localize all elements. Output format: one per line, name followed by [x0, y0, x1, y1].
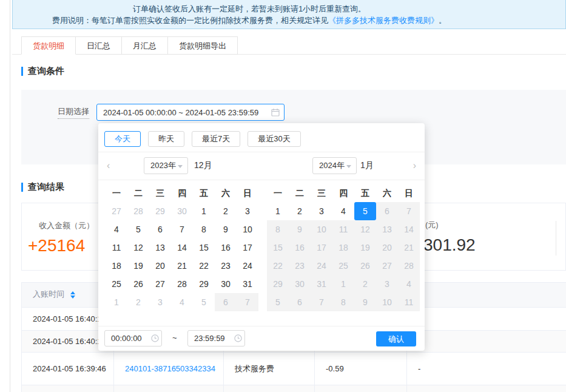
- table-cell: -0.59: [315, 353, 407, 385]
- calendar-day[interactable]: 1: [106, 293, 127, 311]
- calendar-day[interactable]: 9: [215, 220, 237, 238]
- year-select-right[interactable]: 2024年: [312, 157, 357, 174]
- calendar-day: 7: [398, 202, 420, 220]
- income-value: +25164: [28, 236, 94, 255]
- calendar-day: 4: [398, 275, 420, 293]
- calendar-day: 30: [289, 275, 311, 293]
- calendar-day[interactable]: 5: [193, 293, 215, 311]
- day-grid-right: 1234567891011121314151617181920212223242…: [267, 202, 420, 311]
- calendar-day: 19: [354, 238, 376, 257]
- calendar-day[interactable]: 27: [106, 202, 127, 220]
- calendar-day[interactable]: 10: [237, 220, 258, 238]
- calendar-day: 5: [267, 293, 289, 311]
- calendar-day[interactable]: 15: [193, 238, 215, 257]
- calendar-day: 13: [376, 220, 398, 238]
- calendar-day: 2: [354, 275, 376, 293]
- calendar-day[interactable]: 28: [127, 202, 149, 220]
- calendar-day[interactable]: 16: [215, 238, 237, 257]
- calendar-day[interactable]: 21: [171, 257, 193, 275]
- calendar-day[interactable]: 30: [171, 202, 193, 220]
- calendar-day[interactable]: 28: [171, 275, 193, 293]
- result-section-title: 查询结果: [21, 181, 64, 192]
- calendar-day[interactable]: 24: [237, 257, 258, 275]
- calendar-day: 14: [398, 220, 420, 238]
- chevron-left-icon[interactable]: ‹: [107, 160, 110, 172]
- calendar-day[interactable]: 12: [127, 238, 149, 257]
- calendar-day[interactable]: 22: [193, 257, 215, 275]
- quick-last30days-button[interactable]: 最近30天: [248, 131, 300, 147]
- calendar-day: 7: [311, 293, 332, 311]
- sort-icon[interactable]: [70, 289, 75, 301]
- calendar-day[interactable]: 13: [149, 238, 171, 257]
- calendar-day[interactable]: 30: [215, 275, 237, 293]
- calendar-day: 10: [376, 293, 398, 311]
- calendar-month-left: 一二三四五六日 27282930123456789101112131415161…: [106, 184, 258, 311]
- calendar-day[interactable]: 2: [127, 293, 149, 311]
- calendar-day[interactable]: 4: [106, 220, 127, 238]
- calendar-day[interactable]: 26: [127, 275, 149, 293]
- calendar-day: 20: [376, 238, 398, 257]
- calendar-day[interactable]: 18: [106, 257, 127, 275]
- table-cell: [22, 385, 114, 392]
- quick-yesterday-button[interactable]: 昨天: [148, 131, 184, 147]
- calendar-day[interactable]: 29: [193, 275, 215, 293]
- calendar-day[interactable]: 1: [193, 202, 215, 220]
- chevron-right-icon[interactable]: ›: [413, 160, 416, 172]
- calendar-day[interactable]: 8: [193, 220, 215, 238]
- weekday-label: 三: [311, 184, 332, 202]
- quick-today-button[interactable]: 今天: [104, 131, 141, 147]
- table-cell: -: [407, 353, 566, 385]
- calendar-day[interactable]: 7: [171, 220, 193, 238]
- day-grid-left: 2728293012345678910111213141516171819202…: [106, 202, 258, 311]
- calendar-day[interactable]: 27: [149, 275, 171, 293]
- date-range-input[interactable]: [96, 104, 285, 121]
- calendar-day: 7: [237, 293, 258, 311]
- table-cell: [407, 331, 566, 353]
- calendar-day[interactable]: 1: [267, 202, 289, 220]
- calendar-day[interactable]: 29: [149, 202, 171, 220]
- weekday-label: 二: [289, 184, 311, 202]
- income-stat: 收入金额（元） +25164: [28, 220, 94, 255]
- table-cell: 2024-01-05 16:39:46: [22, 353, 114, 385]
- calendar-day[interactable]: 14: [171, 238, 193, 257]
- calendar-day: 27: [376, 257, 398, 275]
- calendar-day[interactable]: 17: [237, 238, 258, 257]
- chevron-down-icon: [346, 165, 351, 171]
- calendar-day: 21: [398, 238, 420, 257]
- tab-payment-detail-export[interactable]: 货款明细导出: [168, 36, 238, 55]
- income-label: 收入金额（元）: [39, 220, 94, 231]
- order-number-link[interactable]: 240101-38716503342334: [114, 353, 224, 385]
- calendar-day: 25: [332, 257, 354, 275]
- year-select-left[interactable]: 2023年: [144, 157, 188, 174]
- fee-rule-link[interactable]: 《拼多多技术服务费收费规则》: [328, 16, 439, 25]
- calendar-day[interactable]: 25: [106, 275, 127, 293]
- calendar-day[interactable]: 20: [149, 257, 171, 275]
- tab-monthly-summary[interactable]: 月汇总: [122, 36, 168, 55]
- quick-last7days-button[interactable]: 最近7天: [192, 131, 240, 147]
- confirm-button[interactable]: 确认: [376, 331, 416, 346]
- calendar-day[interactable]: 31: [237, 275, 258, 293]
- calendar-day[interactable]: 2: [289, 202, 311, 220]
- calendar-day[interactable]: 3: [237, 202, 258, 220]
- calendar-day-selected[interactable]: 5: [354, 202, 376, 220]
- weekday-label: 三: [149, 184, 171, 202]
- calendar-day[interactable]: 11: [106, 238, 127, 257]
- tab-payment-detail[interactable]: 货款明细: [21, 36, 76, 55]
- calendar-day[interactable]: 4: [171, 293, 193, 311]
- calendar-day[interactable]: 6: [149, 220, 171, 238]
- weekday-header: 一二三四五六日: [267, 184, 420, 202]
- weekday-label: 五: [354, 184, 376, 202]
- calendar-day[interactable]: 4: [332, 202, 354, 220]
- calendar-day[interactable]: 5: [127, 220, 149, 238]
- calendar-day[interactable]: 23: [215, 257, 237, 275]
- table-row: [22, 385, 566, 392]
- weekday-label: 四: [332, 184, 354, 202]
- calendar-day[interactable]: 3: [311, 202, 332, 220]
- tab-daily-summary[interactable]: 日汇总: [76, 36, 122, 55]
- calendar-day: 6: [289, 293, 311, 311]
- popup-divider: [98, 180, 425, 180]
- notice-line2: 费用说明：每笔订单需按照实收金额的一定比例扣除技术服务费，相关规定详见《拼多多技…: [19, 15, 480, 26]
- calendar-day[interactable]: 2: [215, 202, 237, 220]
- calendar-day[interactable]: 19: [127, 257, 149, 275]
- calendar-day[interactable]: 3: [149, 293, 171, 311]
